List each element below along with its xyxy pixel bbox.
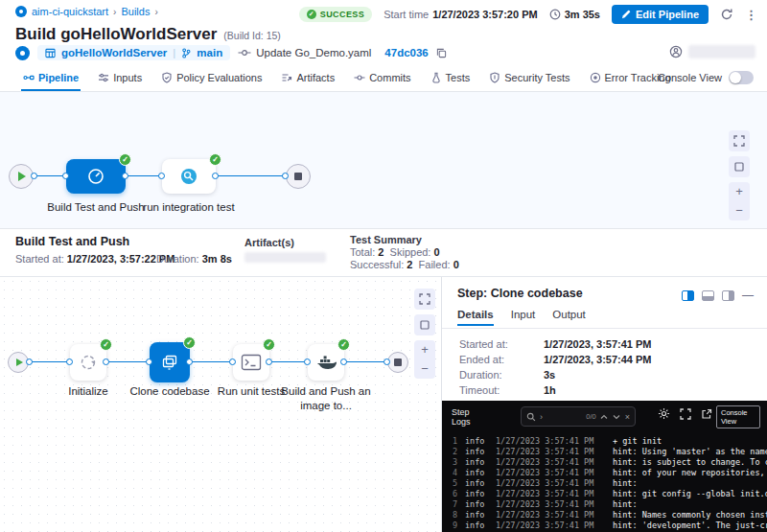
detail-row-timeout: Timeout:1h	[459, 384, 556, 396]
log-open-external-icon[interactable]	[701, 408, 712, 420]
tab-artifacts[interactable]: Artifacts	[271, 63, 344, 91]
detail-row-duration: Duration:3s	[459, 369, 555, 381]
step-details-panel: Step: Clone codebase — Details Input Out…	[441, 277, 767, 532]
zoom-out-button[interactable]: −	[421, 359, 429, 379]
connector-dot	[122, 173, 128, 179]
refresh-icon[interactable]	[720, 8, 733, 21]
search-prev-icon[interactable]	[600, 414, 608, 420]
edit-pipeline-button[interactable]: Edit Pipeline	[612, 5, 709, 24]
pipeline-icon	[23, 72, 35, 83]
stage-node-run-integration-test[interactable]: ✓	[162, 159, 216, 194]
connector-dot	[146, 359, 152, 365]
tab-inputs[interactable]: Inputs	[88, 63, 151, 91]
user-icon	[669, 45, 683, 58]
canvas-zoom-controls[interactable]: +−	[729, 182, 750, 220]
success-check-icon: ✓	[100, 338, 112, 351]
panel-tab-details[interactable]: Details	[457, 309, 494, 326]
tab-security-tests[interactable]: Security Tests	[479, 63, 579, 91]
panel-tab-output[interactable]: Output	[552, 309, 586, 326]
repo-icon	[45, 48, 56, 58]
page-title: Build goHelloWorldServer	[15, 25, 217, 44]
stage-summary-strip: Build Test and Push Started at: 1/27/202…	[0, 228, 767, 277]
canvas-fit-button[interactable]	[729, 156, 750, 177]
connector-dot	[26, 359, 33, 365]
branch-name[interactable]: main	[197, 47, 222, 58]
module-icon	[15, 6, 27, 17]
search-next-icon[interactable]	[613, 414, 620, 420]
tab-commits[interactable]: Commits	[344, 63, 420, 91]
log-line: 6info1/27/2023 3:57:41 PMhint: git confi…	[442, 489, 767, 499]
repo-name[interactable]: goHelloWorldServer	[61, 47, 167, 58]
step-node-build-push-image[interactable]: ✓	[308, 344, 344, 381]
canvas-zoom-controls[interactable]: +−	[414, 340, 435, 379]
breadcrumb-project[interactable]: aim-ci-quickstart	[32, 6, 108, 17]
success-check-icon: ✓	[119, 153, 131, 166]
terminal-icon	[241, 354, 262, 371]
stage-label[interactable]: Build Test and Push	[43, 200, 149, 215]
copy-icon[interactable]	[436, 48, 447, 58]
console-view-toggle[interactable]	[729, 71, 754, 84]
pill-divider: |	[173, 47, 175, 58]
search-icon	[526, 412, 536, 422]
policy-shield-icon	[161, 72, 173, 83]
ci-module-icon	[15, 46, 30, 60]
build-id: (Build Id: 15)	[223, 30, 281, 41]
layout-split-right-icon[interactable]	[722, 290, 734, 301]
breadcrumb-builds[interactable]: Builds	[121, 6, 150, 17]
step-panel-title: Step: Clone codebase	[457, 287, 583, 300]
status-badge: ✓ SUCCESS	[299, 7, 372, 22]
commit-hash[interactable]: 47dc036	[384, 47, 428, 58]
breadcrumb-separator: ›	[113, 7, 116, 17]
pencil-icon	[621, 10, 631, 19]
detail-row-started: Started at:1/27/2023, 3:57:41 PM	[459, 338, 652, 350]
tab-pipeline[interactable]: Pipeline	[13, 63, 88, 91]
log-lines[interactable]: 1info1/27/2023 3:57:41 PM+ git init 2inf…	[442, 436, 767, 532]
harness-build-page: aim-ci-quickstart › Builds › ✓ SUCCESS S…	[0, 0, 767, 532]
stage-started-at: Started at: 1/27/2023, 3:57:22 PM	[15, 253, 174, 265]
commit-message[interactable]: Update Go_Demo.yaml	[238, 47, 371, 58]
inputs-icon	[98, 72, 109, 83]
step-node-clone-codebase[interactable]: ✓	[150, 342, 190, 382]
minimize-panel-icon[interactable]: —	[742, 289, 754, 302]
log-settings-gear-icon[interactable]	[658, 407, 670, 420]
layout-split-right-active-icon[interactable]	[682, 290, 694, 301]
canvas-fullscreen-button[interactable]	[414, 289, 435, 310]
log-line: 3info1/27/2023 3:57:41 PMhint: is subjec…	[442, 457, 767, 468]
tab-tests[interactable]: Tests	[421, 63, 480, 91]
clone-codebase-icon	[160, 353, 179, 372]
build-tabs: Pipeline Inputs Policy Evaluations Artif…	[0, 63, 767, 92]
log-fullscreen-icon[interactable]	[680, 408, 691, 420]
tab-policy-evaluations[interactable]: Policy Evaluations	[151, 63, 271, 91]
search-clear-icon[interactable]: ×	[625, 412, 630, 422]
connector-dot	[266, 359, 272, 365]
console-view-label: Console View	[658, 72, 722, 83]
redacted-artifact-link[interactable]	[244, 252, 326, 263]
log-line: 5info1/27/2023 3:57:41 PMhint:	[442, 478, 767, 489]
canvas-fullscreen-button[interactable]	[729, 130, 750, 151]
connector-dot	[158, 173, 165, 179]
log-line: 8info1/27/2023 3:57:41 PMhint: Names com…	[442, 510, 767, 520]
stage-label[interactable]: run integration test	[141, 200, 237, 215]
step-label[interactable]: Build and Push an image to...	[276, 384, 376, 413]
initialize-sync-icon	[79, 353, 98, 372]
zoom-in-button[interactable]: +	[735, 182, 743, 201]
step-graph-canvas[interactable]: ✓ Initialize ✓ Clone codebase ✓ Run unit…	[0, 277, 441, 532]
more-options-icon[interactable]: ⋮	[745, 8, 757, 22]
zoom-out-button[interactable]: −	[735, 201, 743, 220]
log-search-input[interactable]: › 0/0 ×	[521, 406, 636, 427]
layout-split-bottom-icon[interactable]	[702, 290, 714, 301]
step-node-run-unit-tests[interactable]: ✓	[233, 344, 269, 381]
canvas-fit-button[interactable]	[414, 314, 435, 335]
step-node-initialize[interactable]: ✓	[70, 344, 106, 381]
stage-node-build-test-push[interactable]: ✓	[66, 159, 126, 194]
repo-branch-pill[interactable]: goHelloWorldServer | main	[37, 45, 230, 60]
tests-flask-icon	[430, 72, 442, 83]
panel-tab-input[interactable]: Input	[511, 309, 536, 326]
stage-graph-canvas[interactable]: ✓ Build Test and Push ✓ run integration …	[0, 92, 767, 228]
artifacts-icon	[281, 72, 292, 83]
branch-icon	[181, 48, 191, 58]
log-line: 7info1/27/2023 3:57:41 PMhint:	[442, 499, 767, 510]
zoom-in-button[interactable]: +	[421, 340, 429, 359]
console-view-button[interactable]: Console View	[716, 405, 760, 428]
stop-icon	[294, 173, 302, 180]
